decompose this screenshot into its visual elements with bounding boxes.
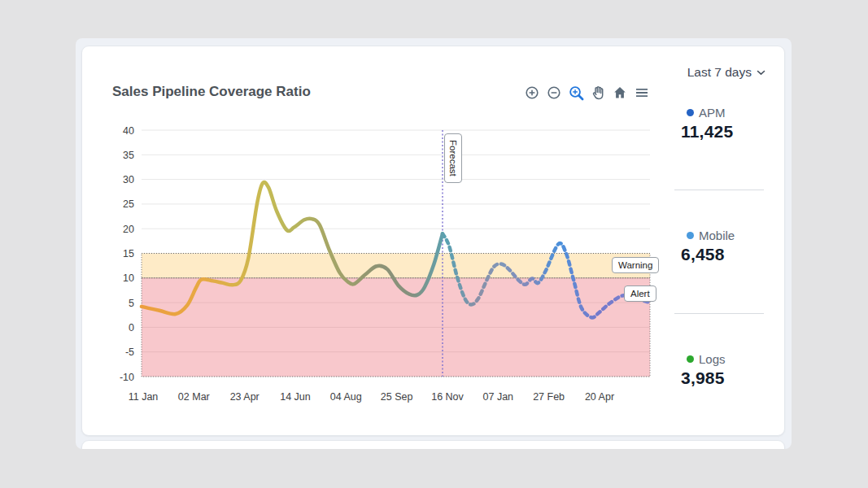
svg-text:40: 40 <box>123 125 134 137</box>
svg-text:02 Mar: 02 Mar <box>178 391 210 403</box>
dashboard-panel: Sales Pipeline Coverage Ratio <box>76 38 792 449</box>
zoom-in-icon <box>524 85 540 101</box>
box-zoom-icon <box>568 85 585 102</box>
pan-icon <box>590 85 606 101</box>
metric-value: 3,985 <box>681 368 765 388</box>
home-icon <box>612 85 628 101</box>
svg-text:20 Apr: 20 Apr <box>585 391 614 403</box>
svg-text:04 Aug: 04 Aug <box>330 391 362 403</box>
metric-apm[interactable]: APM 11,425 <box>681 106 765 142</box>
page-background: Sales Pipeline Coverage Ratio <box>0 0 868 488</box>
svg-text:16 Nov: 16 Nov <box>431 391 464 403</box>
zoom-out-button[interactable] <box>544 83 564 102</box>
legend-dot <box>687 355 694 363</box>
svg-text:20: 20 <box>123 224 134 235</box>
chart-toolbar <box>522 83 652 102</box>
svg-text:25 Sep: 25 Sep <box>381 391 413 403</box>
legend-dot <box>687 232 694 239</box>
metric-value: 11,425 <box>681 122 765 142</box>
metric-value: 6,458 <box>681 245 765 264</box>
chevron-down-icon <box>757 70 765 76</box>
svg-text:10: 10 <box>123 272 134 284</box>
next-card-peek <box>81 440 785 449</box>
metric-label: Logs <box>699 352 726 366</box>
zoom-in-button[interactable] <box>522 83 542 102</box>
svg-text:-10: -10 <box>120 372 134 383</box>
pan-button[interactable] <box>588 83 608 102</box>
alert-band-label: Alert <box>624 285 656 302</box>
svg-text:35: 35 <box>123 150 134 161</box>
home-button[interactable] <box>610 83 630 102</box>
svg-text:0: 0 <box>129 322 134 333</box>
svg-text:07 Jan: 07 Jan <box>483 391 514 403</box>
metric-label: APM <box>699 106 726 120</box>
metric-logs[interactable]: Logs 3,985 <box>681 352 765 388</box>
legend-dot <box>687 109 694 116</box>
warning-band-label: Warning <box>612 257 659 273</box>
svg-text:-5: -5 <box>125 346 134 358</box>
chart-title: Sales Pipeline Coverage Ratio <box>112 84 311 100</box>
menu-button[interactable] <box>632 83 652 102</box>
chart-card: Sales Pipeline Coverage Ratio <box>81 46 785 436</box>
time-range-label: Last 7 days <box>687 65 752 80</box>
metric-label: Mobile <box>699 229 735 242</box>
forecast-annotation: Forecast <box>444 133 462 183</box>
svg-text:23 Apr: 23 Apr <box>230 391 260 403</box>
svg-text:27 Feb: 27 Feb <box>533 391 565 403</box>
zoom-out-icon <box>546 85 562 101</box>
svg-text:30: 30 <box>123 174 134 185</box>
svg-text:25: 25 <box>123 198 134 210</box>
metrics-sidebar: Last 7 days APM 11,425 Mo <box>674 65 765 423</box>
svg-text:14 Jun: 14 Jun <box>280 391 311 403</box>
line-chart[interactable]: 4035302520151050-5-1011 Jan02 Mar23 Apr1… <box>107 122 668 407</box>
menu-icon <box>634 85 650 101</box>
time-range-selector[interactable]: Last 7 days <box>687 65 765 80</box>
svg-text:11 Jan: 11 Jan <box>129 391 159 403</box>
sidebar-divider <box>674 190 764 190</box>
svg-text:5: 5 <box>129 298 134 309</box>
sidebar-divider <box>674 313 764 314</box>
metric-mobile[interactable]: Mobile 6,458 <box>681 229 765 264</box>
box-zoom-button[interactable] <box>566 83 586 102</box>
svg-text:15: 15 <box>123 248 134 259</box>
chart-area[interactable]: 4035302520151050-5-1011 Jan02 Mar23 Apr1… <box>107 122 668 407</box>
